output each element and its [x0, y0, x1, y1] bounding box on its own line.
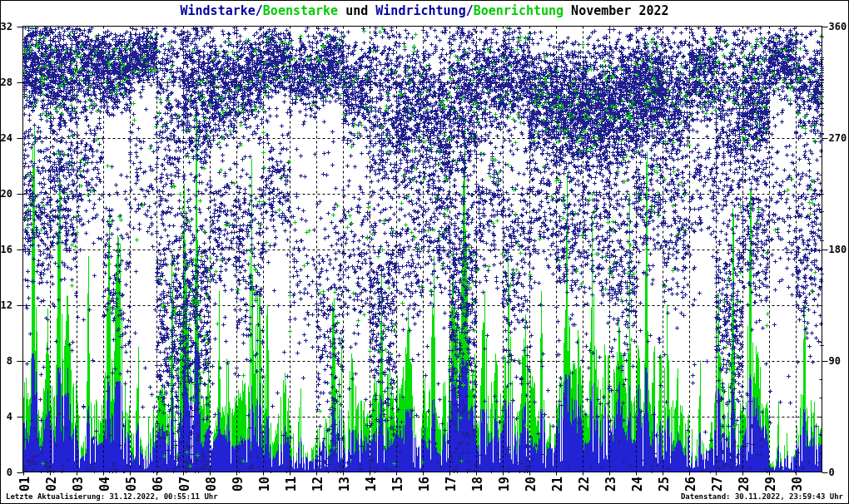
footer-last-update: Letzte Aktualisierung: 31.12.2022, 00:55…	[6, 492, 218, 501]
footer-data-timestamp: Datenstand: 30.11.2022, 23:59:43 Uhr	[681, 492, 843, 501]
title-segment-windrichtung: Windrichtung/	[375, 3, 473, 18]
title-segment-boenstarke: Boenstarke	[263, 3, 338, 18]
chart-title: Windstarke/Boenstarke und Windrichtung/B…	[0, 3, 849, 18]
wind-chart-canvas	[0, 0, 849, 504]
title-segment-windstarke: Windstarke/	[180, 3, 262, 18]
wind-chart-frame: Windstarke/Boenstarke und Windrichtung/B…	[0, 0, 849, 504]
title-segment-month: November 2022	[564, 3, 668, 18]
title-segment-und: und	[338, 3, 375, 18]
title-segment-boenrichtung: Boenrichtung	[474, 3, 564, 18]
